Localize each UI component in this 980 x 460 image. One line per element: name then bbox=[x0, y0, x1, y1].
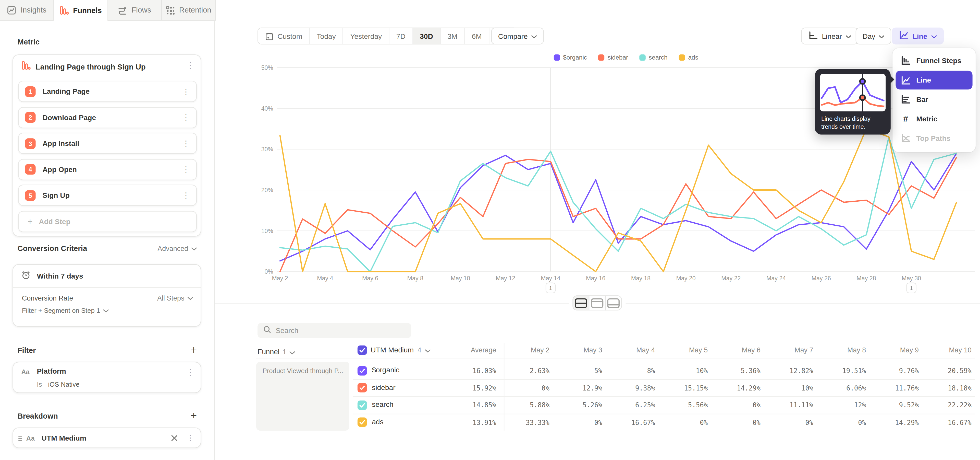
chevron-down-icon bbox=[531, 32, 537, 40]
range-yesterday[interactable]: Yesterday bbox=[343, 28, 390, 44]
all-steps-dropdown[interactable]: All Steps bbox=[157, 294, 193, 302]
interval-dropdown[interactable]: Day bbox=[856, 27, 892, 45]
legend-item-organic[interactable]: $organic bbox=[554, 54, 587, 61]
filter-property: Platform bbox=[37, 367, 66, 375]
close-icon[interactable] bbox=[171, 435, 177, 441]
funnel-cell[interactable]: Product Viewed through P... bbox=[256, 362, 349, 431]
tab-label: Flows bbox=[131, 6, 151, 14]
series-checkbox-search[interactable] bbox=[358, 400, 367, 410]
search-box[interactable] bbox=[258, 323, 411, 338]
range-7d[interactable]: 7D bbox=[390, 28, 413, 44]
range-6m[interactable]: 6M bbox=[465, 28, 489, 44]
step-kebab-icon[interactable]: ⋮ bbox=[182, 191, 190, 199]
tab-retention[interactable]: Retention bbox=[162, 0, 216, 20]
range-30d[interactable]: 30D bbox=[413, 28, 441, 44]
funnel-column-header[interactable]: Funnel1 bbox=[258, 346, 295, 357]
day-value: 12% bbox=[816, 401, 866, 409]
funnel-kebab-icon[interactable]: ⋮ bbox=[186, 61, 194, 70]
conversion-rate-label: Conversion Rate bbox=[22, 294, 73, 302]
menu-item-bar[interactable]: Bar bbox=[896, 90, 972, 109]
metric-card: Landing Page through Sign Up ⋮ 1Landing … bbox=[13, 54, 201, 236]
row-separator bbox=[353, 379, 975, 380]
legend-item-ads[interactable]: ads bbox=[679, 54, 698, 61]
funnel-step-5[interactable]: 5Sign Up⋮ bbox=[18, 185, 197, 206]
day-value: 14.29% bbox=[711, 384, 760, 391]
advanced-dropdown[interactable]: Advanced bbox=[158, 245, 197, 252]
day-value: 12.9% bbox=[552, 384, 602, 391]
compare-button[interactable]: Compare bbox=[491, 27, 544, 45]
funnels-icon bbox=[59, 6, 68, 15]
range-today[interactable]: Today bbox=[310, 28, 343, 44]
top-paths-icon bbox=[900, 133, 911, 143]
series-line-sidebar bbox=[280, 157, 956, 272]
day-value: 11.76% bbox=[869, 384, 919, 391]
step-kebab-icon[interactable]: ⋮ bbox=[182, 88, 190, 96]
annotation-marker[interactable]: 1 bbox=[907, 283, 916, 293]
range-label: 6M bbox=[472, 32, 482, 40]
breakdown-heading: Breakdown bbox=[18, 411, 58, 420]
svg-text:May 28: May 28 bbox=[856, 275, 876, 282]
day-value: 0% bbox=[711, 418, 760, 426]
average-value: 16.03% bbox=[446, 367, 496, 374]
search-input[interactable] bbox=[275, 327, 401, 334]
range-custom[interactable]: Custom bbox=[258, 28, 310, 44]
menu-item-metric[interactable]: #Metric bbox=[896, 110, 972, 128]
chart-type-dropdown[interactable]: Line bbox=[892, 27, 943, 45]
legend-item-sidebar[interactable]: sidebar bbox=[598, 54, 628, 61]
tab-funnels[interactable]: Funnels bbox=[54, 0, 108, 21]
svg-text:May 18: May 18 bbox=[631, 275, 651, 282]
chart-type-tooltip: Line charts display trends over time. bbox=[815, 69, 891, 134]
day-value: 6.06% bbox=[816, 384, 866, 391]
add-step-button[interactable]: +Add Step bbox=[18, 211, 197, 232]
breakdown-kebab-icon[interactable]: ⋮ bbox=[186, 434, 194, 442]
day-value: 12.82% bbox=[763, 367, 813, 374]
conversion-window-row[interactable]: Within 7 days bbox=[13, 265, 200, 288]
filter-segment-dropdown[interactable]: Filter + Segment on Step 1 bbox=[22, 307, 109, 314]
day-column-header: May 4 bbox=[605, 346, 655, 353]
step-label: App Open bbox=[43, 166, 182, 173]
menu-item-funnel-steps[interactable]: Funnel Steps bbox=[896, 51, 972, 70]
step-kebab-icon[interactable]: ⋮ bbox=[182, 139, 190, 147]
insights-icon bbox=[7, 5, 16, 15]
breakdown-column-header[interactable]: UTM Medium4 bbox=[358, 344, 431, 356]
day-value: 5% bbox=[552, 367, 602, 374]
add-breakdown-button[interactable]: + bbox=[191, 410, 197, 422]
funnel-step-2[interactable]: 2Download Page⋮ bbox=[18, 107, 197, 128]
menu-item-line[interactable]: Line bbox=[896, 71, 972, 89]
filter-card[interactable]: Aa Platform ⋮ Is iOS Native bbox=[13, 362, 201, 393]
filter-kebab-icon[interactable]: ⋮ bbox=[186, 368, 194, 376]
svg-text:May 16: May 16 bbox=[586, 275, 605, 282]
tooltip-caption: Line charts display trends over time. bbox=[821, 115, 887, 131]
funnel-step-1[interactable]: 1Landing Page⋮ bbox=[18, 81, 197, 102]
series-checkbox-sidebar[interactable] bbox=[358, 383, 367, 393]
chart-only-view-button[interactable] bbox=[589, 295, 606, 310]
step-kebab-icon[interactable]: ⋮ bbox=[182, 113, 190, 121]
chevron-down-icon bbox=[290, 346, 295, 357]
filter-value[interactable]: iOS Native bbox=[48, 380, 80, 388]
tab-flows[interactable]: Flows bbox=[108, 0, 162, 20]
add-filter-button[interactable]: + bbox=[191, 345, 197, 356]
chart-legend: $organicsidebarsearchads bbox=[277, 54, 975, 61]
step-kebab-icon[interactable]: ⋮ bbox=[182, 165, 190, 174]
table-only-view-button[interactable] bbox=[605, 295, 622, 310]
drag-handle-icon[interactable] bbox=[18, 432, 22, 443]
step-label: Download Page bbox=[43, 113, 182, 121]
breakdown-card[interactable]: Aa UTM Medium ⋮ bbox=[13, 428, 201, 448]
day-value: 0% bbox=[763, 418, 813, 426]
select-all-checkbox[interactable] bbox=[358, 345, 367, 355]
legend-item-search[interactable]: search bbox=[639, 54, 667, 61]
svg-text:0%: 0% bbox=[265, 268, 273, 275]
scale-dropdown[interactable]: Linear bbox=[801, 27, 858, 45]
annotation-marker[interactable]: 1 bbox=[546, 283, 555, 293]
tooltip-arrow bbox=[890, 75, 894, 84]
series-checkbox-ads[interactable] bbox=[358, 417, 367, 427]
chevron-down-icon bbox=[879, 32, 885, 40]
funnel-step-3[interactable]: 3App Install⋮ bbox=[18, 133, 197, 154]
series-checkbox-organic[interactable] bbox=[358, 366, 367, 375]
split-view-button[interactable] bbox=[573, 295, 589, 310]
funnel-step-4[interactable]: 4App Open⋮ bbox=[18, 159, 197, 180]
range-3m[interactable]: 3M bbox=[441, 28, 465, 44]
day-value: 9.52% bbox=[869, 401, 919, 409]
filter-operator[interactable]: Is bbox=[37, 380, 42, 388]
tab-insights[interactable]: Insights bbox=[0, 0, 54, 20]
